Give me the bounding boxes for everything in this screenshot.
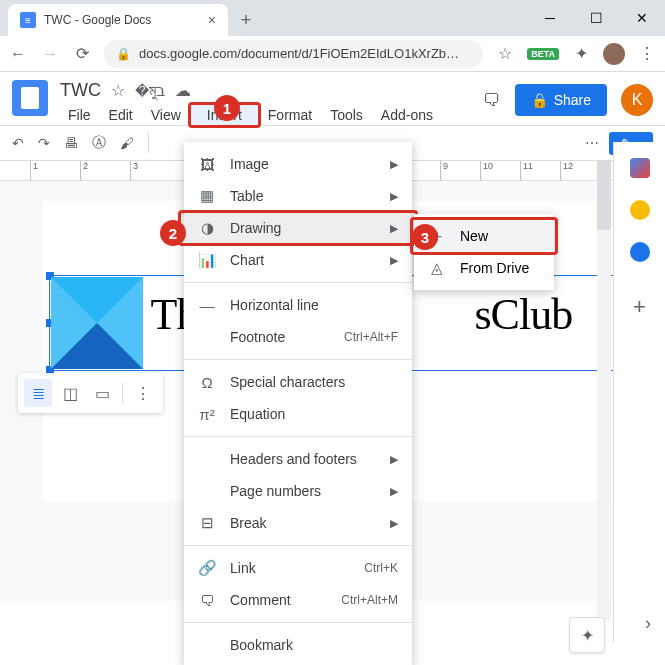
menu-file[interactable]: File [60,105,99,125]
window-minimize-icon[interactable]: ─ [527,0,573,36]
doc-title[interactable]: TWC [60,80,101,101]
chevron-right-icon: ▶ [390,254,398,267]
move-icon[interactable]: �মুב [135,81,165,100]
comment-icon: 🗨 [198,592,216,609]
menu-view[interactable]: View [143,105,189,125]
menubar: File Edit View Insert Format Tools Add-o… [60,105,483,125]
menu-tools[interactable]: Tools [322,105,371,125]
scrollbar-thumb[interactable] [597,160,611,230]
chart-icon: 📊 [198,251,216,269]
chevron-right-icon: ▶ [390,190,398,203]
vertical-scrollbar[interactable] [597,160,611,620]
chevron-right-icon: ▶ [390,158,398,171]
paint-format-icon[interactable]: 🖌 [120,135,134,151]
menu-edit[interactable]: Edit [101,105,141,125]
ruler-tick: 9 [440,161,448,181]
hr-icon: — [198,297,216,314]
menu-item-drawing[interactable]: ◑Drawing▶ [184,212,412,244]
chevron-right-icon: ▶ [390,453,398,466]
ruler-tick: 3 [130,161,138,181]
image-options-toolbar: ≣ ◫ ▭ ⋮ [18,373,163,413]
menu-item-page-numbers[interactable]: Page numbers▶ [184,475,412,507]
account-avatar[interactable]: K [621,84,653,116]
undo-icon[interactable]: ↶ [12,135,24,151]
window-controls: ─ ☐ ✕ [527,0,665,36]
extensions-icon[interactable]: ✦ [571,44,591,63]
drawing-icon: ◑ [198,219,216,237]
menu-item-link[interactable]: 🔗LinkCtrl+K [184,552,412,584]
new-tab-button[interactable]: + [232,6,260,34]
nav-back-icon[interactable]: ← [8,45,28,63]
tasks-icon[interactable] [630,242,650,262]
lock-icon: 🔒 [116,47,131,61]
ruler-tick: 12 [560,161,573,181]
break-icon: ⊟ [198,514,216,532]
doc-text-right: sClub [475,289,573,340]
collapse-panel-icon[interactable]: › [645,613,651,634]
doc-title-row: TWC ☆ �মুב ☁ [60,80,483,101]
redo-icon[interactable]: ↷ [38,135,50,151]
more-toolbar-icon[interactable]: ⋯ [585,135,599,151]
menu-item-horizontal-line[interactable]: —Horizontal line [184,289,412,321]
menu-item-equation[interactable]: π²Equation [184,398,412,430]
menu-item-headers-footers[interactable]: Headers and footers▶ [184,443,412,475]
insert-menu-dropdown: 🖼Image▶ ▦Table▶ ◑Drawing▶ 📊Chart▶ —Horiz… [184,142,412,665]
browser-tab[interactable]: ≡ TWC - Google Docs × [8,4,228,36]
drive-icon: ◬ [428,259,446,277]
browser-titlebar: ≡ TWC - Google Docs × + ─ ☐ ✕ [0,0,665,36]
browser-menu-icon[interactable]: ⋮ [637,44,657,63]
menu-item-table[interactable]: ▦Table▶ [184,180,412,212]
share-button[interactable]: 🔒 Share [515,84,607,116]
profile-avatar-icon[interactable] [603,43,625,65]
chevron-right-icon: ▶ [390,485,398,498]
menu-format[interactable]: Format [260,105,320,125]
annotation-badge-3: 3 [412,224,438,250]
add-addon-icon[interactable]: + [633,294,646,320]
share-label: Share [554,92,591,108]
wrap-inline-icon[interactable]: ≣ [24,379,52,407]
calendar-icon[interactable] [630,158,650,178]
menu-item-image[interactable]: 🖼Image▶ [184,148,412,180]
cloud-saved-icon[interactable]: ☁ [175,81,191,100]
image-more-icon[interactable]: ⋮ [129,379,157,407]
open-comments-icon[interactable]: 🗨 [483,90,501,111]
menu-item-special-chars[interactable]: ΩSpecial characters [184,366,412,398]
browser-address-bar: ← → ⟳ 🔒 docs.google.com/document/d/1FiOE… [0,36,665,72]
menu-item-bookmark[interactable]: Bookmark [184,629,412,661]
bookmark-star-icon[interactable]: ☆ [495,44,515,63]
keep-icon[interactable] [630,200,650,220]
url-field[interactable]: 🔒 docs.google.com/document/d/1FiOEm2EIdL… [104,40,483,68]
docs-logo-icon[interactable] [12,80,48,116]
window-maximize-icon[interactable]: ☐ [573,0,619,36]
tab-favicon-icon: ≡ [20,12,36,28]
twc-logo-icon [51,277,143,369]
menu-item-footnote[interactable]: FootnoteCtrl+Alt+F [184,321,412,353]
ruler-tick: 2 [80,161,88,181]
tab-close-icon[interactable]: × [208,12,216,28]
wrap-break-icon[interactable]: ◫ [56,379,84,407]
submenu-item-from-drive[interactable]: ◬From Drive [414,252,554,284]
beta-badge: BETA [527,48,559,60]
print-icon[interactable]: 🖶 [64,135,78,151]
chevron-right-icon: ▶ [390,222,398,235]
ruler-tick: 11 [520,161,533,181]
menu-item-break[interactable]: ⊟Break▶ [184,507,412,539]
drawing-submenu: ＋New ◬From Drive [414,214,554,290]
url-text: docs.google.com/document/d/1FiOEm2EIdLO1… [139,46,459,61]
wrap-behind-icon[interactable]: ▭ [88,379,116,407]
window-close-icon[interactable]: ✕ [619,0,665,36]
ruler-tick: 1 [30,161,38,181]
image-icon: 🖼 [198,156,216,173]
menu-item-comment[interactable]: 🗨CommentCtrl+Alt+M [184,584,412,616]
pi-icon: π² [198,406,216,423]
table-icon: ▦ [198,187,216,205]
chevron-right-icon: ▶ [390,517,398,530]
menu-item-chart[interactable]: 📊Chart▶ [184,244,412,276]
menu-addons[interactable]: Add-ons [373,105,441,125]
nav-reload-icon[interactable]: ⟳ [72,44,92,63]
lock-share-icon: 🔒 [531,92,548,108]
explore-button[interactable]: ✦ [569,617,605,653]
spellcheck-icon[interactable]: Ⓐ [92,134,106,152]
star-icon[interactable]: ☆ [111,81,125,100]
annotation-badge-1: 1 [214,95,240,121]
